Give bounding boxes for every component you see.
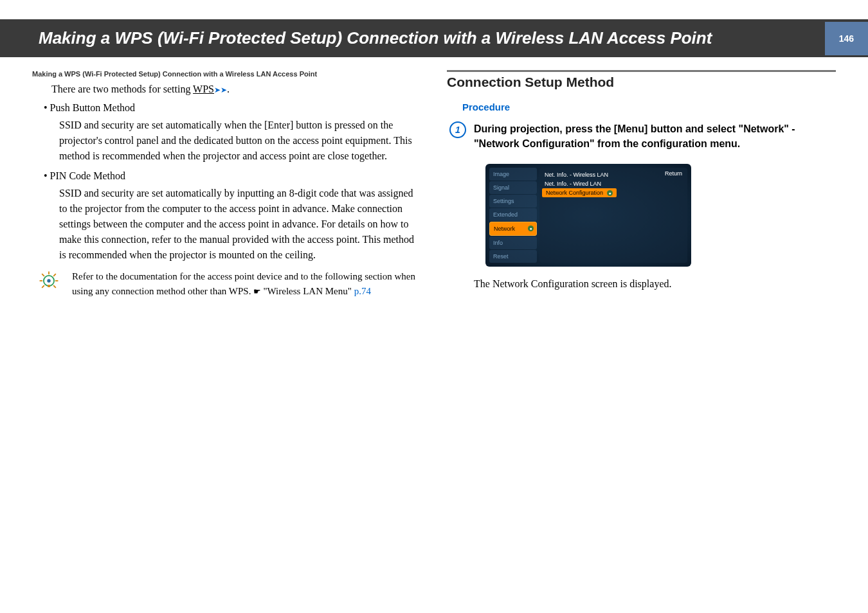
step-number-badge: 1 [449, 121, 466, 138]
procedure-label: Procedure [462, 102, 836, 112]
tip-text: Refer to the documentation for the acces… [72, 269, 421, 298]
svg-line-2 [42, 274, 44, 276]
menu-item-network: Network [489, 222, 537, 236]
step-1: 1 During projection, press the [Menu] bu… [449, 121, 836, 151]
tip-ref: "Wireless LAN Menu" [263, 286, 351, 296]
tip-row: Refer to the documentation for the acces… [32, 269, 421, 298]
glossary-icon[interactable]: ➤➤ [214, 85, 227, 94]
svg-text:1: 1 [455, 125, 460, 135]
step-instruction: During projection, press the [Menu] butt… [474, 121, 836, 151]
menu-item-signal: Signal [489, 181, 537, 194]
page-number-badge: 146 [825, 22, 868, 55]
menu-return-label: Return [665, 170, 682, 177]
breadcrumb: Making a WPS (Wi-Fi Protected Setup) Con… [32, 70, 421, 78]
tip-lightbulb-icon [37, 269, 60, 292]
menu-item-info: Info [489, 236, 537, 249]
svg-point-8 [47, 279, 50, 282]
step-result-text: The Network Configuration screen is disp… [474, 278, 836, 290]
menu-line-config: Network Configuration [542, 188, 617, 197]
menu-line-wired: Net. Info. - Wired LAN [542, 179, 685, 188]
menu-line-wireless: Net. Info. - Wireless LAN [542, 170, 685, 179]
menu-sidebar: Image Signal Settings Extended Network I… [489, 168, 537, 263]
menu-main-panel: Return Net. Info. - Wireless LAN Net. In… [539, 168, 687, 263]
method1-desc: SSID and security are set automatically … [59, 118, 421, 164]
projector-menu-screenshot: Image Signal Settings Extended Network I… [485, 164, 691, 267]
page-title: Making a WPS (Wi-Fi Protected Setup) Con… [39, 28, 712, 48]
method2-desc: SSID and security are set automatically … [59, 186, 421, 263]
reference-icon: ☛ [253, 287, 263, 296]
method2-title: PIN Code Method [51, 170, 421, 182]
menu-item-settings: Settings [489, 195, 537, 208]
page-header: Making a WPS (Wi-Fi Protected Setup) Con… [0, 19, 868, 57]
left-column: Making a WPS (Wi-Fi Protected Setup) Con… [32, 70, 421, 298]
svg-line-3 [53, 274, 56, 276]
section-heading: Connection Setup Method [447, 70, 836, 90]
menu-item-image: Image [489, 168, 537, 181]
intro-prefix: There are two methods for setting [51, 84, 193, 94]
svg-line-6 [42, 285, 44, 288]
menu-item-reset: Reset [489, 250, 537, 263]
method1-title: Push Button Method [51, 102, 421, 114]
right-column: Connection Setup Method Procedure 1 Duri… [447, 70, 836, 298]
intro-suffix: . [227, 84, 230, 94]
page-link[interactable]: p.74 [352, 286, 371, 296]
menu-item-extended: Extended [489, 208, 537, 221]
intro-text: There are two methods for setting WPS➤➤. [51, 82, 421, 97]
content-area: Making a WPS (Wi-Fi Protected Setup) Con… [0, 57, 868, 311]
wps-glossary-link[interactable]: WPS [193, 84, 214, 94]
svg-line-7 [53, 285, 56, 288]
